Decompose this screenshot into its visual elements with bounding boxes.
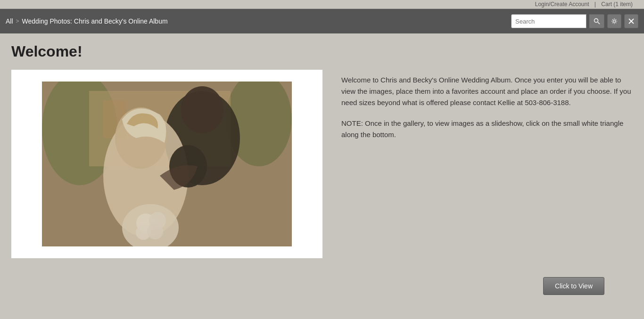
breadcrumb: All > Wedding Photos: Chris and Becky's … — [6, 17, 168, 25]
wedding-photo — [42, 82, 292, 246]
topbar-separator: | — [594, 1, 596, 8]
login-link[interactable]: Login/Create Account — [535, 1, 589, 8]
breadcrumb-all-link[interactable]: All — [6, 17, 13, 25]
svg-rect-20 — [42, 82, 292, 246]
wedding-photo-svg — [42, 82, 292, 246]
nav-right — [511, 14, 638, 28]
close-icon — [628, 18, 634, 24]
svg-point-2 — [613, 20, 616, 23]
settings-button[interactable] — [607, 14, 621, 28]
description-area: Welcome to Chris and Becky's Online Wedd… — [341, 70, 633, 140]
click-to-view-button[interactable]: Click to View — [543, 277, 604, 295]
main-content: Welcome! — [0, 33, 644, 304]
breadcrumb-current: Wedding Photos: Chris and Becky's Online… — [22, 17, 168, 25]
top-bar: Login/Create Account | Cart (1 item) — [0, 0, 644, 9]
close-button[interactable] — [624, 14, 638, 28]
photo-container — [11, 70, 322, 258]
search-button[interactable] — [589, 14, 604, 28]
nav-bar: All > Wedding Photos: Chris and Becky's … — [0, 9, 644, 33]
svg-line-1 — [598, 22, 600, 24]
bottom-area: Click to View — [11, 277, 633, 295]
search-input[interactable] — [511, 14, 586, 28]
search-icon — [594, 18, 600, 25]
description-paragraph1: Welcome to Chris and Becky's Online Wedd… — [341, 74, 633, 108]
gear-icon — [611, 18, 618, 25]
svg-point-0 — [594, 19, 598, 23]
page-title: Welcome! — [11, 43, 633, 60]
description-paragraph2: NOTE: Once in the gallery, to view image… — [341, 118, 633, 140]
content-area: Welcome to Chris and Becky's Online Wedd… — [11, 70, 633, 258]
cart-link[interactable]: Cart (1 item) — [601, 1, 633, 8]
breadcrumb-separator: > — [16, 18, 19, 25]
